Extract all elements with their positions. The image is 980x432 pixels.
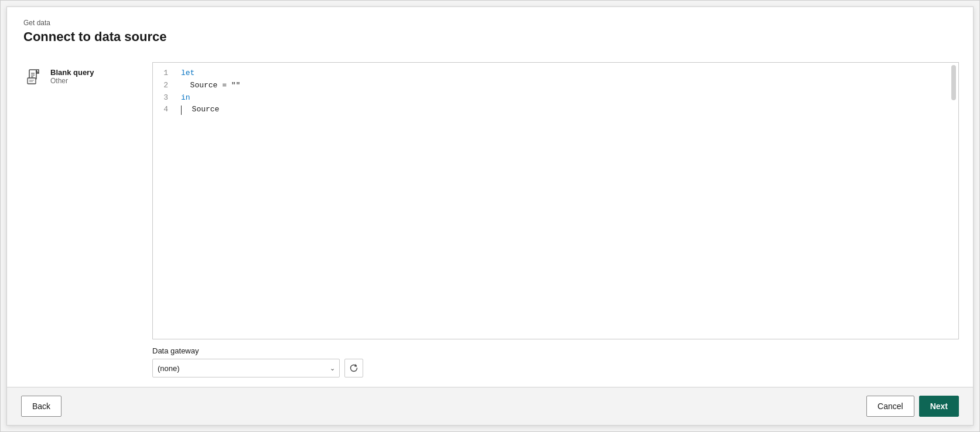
breadcrumb: Get data — [23, 19, 957, 27]
back-button[interactable]: Back — [21, 396, 62, 417]
dialog-footer: Back Cancel Next — [7, 387, 973, 425]
blank-query-icon — [25, 67, 43, 86]
refresh-button[interactable] — [344, 359, 363, 377]
line-num-4: 4 — [159, 104, 168, 116]
svg-rect-5 — [28, 78, 36, 84]
sidebar-item-text: Blank query Other — [50, 68, 94, 85]
gateway-select[interactable]: (none) — [152, 359, 340, 377]
code-line-2: Source = "" — [181, 80, 954, 92]
data-gateway-label: Data gateway — [152, 346, 959, 355]
refresh-icon — [349, 363, 358, 373]
dialog-body: Blank query Other 1 2 3 4 let — [7, 53, 973, 387]
next-button[interactable]: Next — [919, 396, 959, 417]
line-num-2: 2 — [159, 80, 168, 92]
sidebar-item-title: Blank query — [50, 68, 94, 77]
connect-to-data-source-dialog: Get data Connect to data source — [6, 6, 974, 426]
sidebar-item-blank-query[interactable]: Blank query Other — [19, 62, 136, 90]
gateway-controls: (none) ⌄ — [152, 359, 959, 377]
page-title: Connect to data source — [23, 29, 957, 45]
line-num-1: 1 — [159, 67, 168, 80]
footer-right: Cancel Next — [866, 396, 959, 417]
code-line-3: in — [181, 92, 954, 104]
main-content: 1 2 3 4 let Source = "" in Source — [148, 53, 973, 387]
code-editor[interactable]: 1 2 3 4 let Source = "" in Source — [152, 62, 959, 339]
vertical-scrollbar[interactable] — [951, 65, 956, 100]
gateway-select-wrapper: (none) ⌄ — [152, 359, 340, 377]
sidebar-item-subtitle: Other — [50, 77, 94, 85]
data-gateway-section: Data gateway (none) ⌄ — [152, 346, 959, 377]
code-lines: let Source = "" in Source — [174, 63, 958, 339]
sidebar: Blank query Other — [7, 53, 148, 387]
text-cursor — [181, 106, 182, 115]
code-line-1: let — [181, 67, 954, 80]
cancel-button[interactable]: Cancel — [866, 396, 914, 417]
dialog-header: Get data Connect to data source — [7, 7, 973, 53]
footer-left: Back — [21, 396, 62, 417]
line-numbers: 1 2 3 4 — [153, 63, 174, 339]
code-editor-inner: 1 2 3 4 let Source = "" in Source — [153, 63, 958, 339]
code-line-4: Source — [181, 104, 954, 116]
line-num-3: 3 — [159, 92, 168, 104]
